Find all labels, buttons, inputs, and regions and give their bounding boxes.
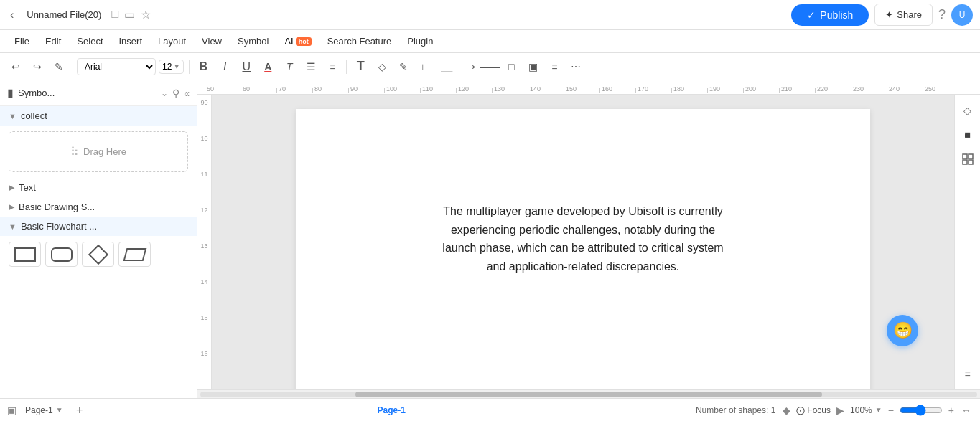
ruler-mark-140: 140 xyxy=(528,88,564,93)
page-tab-1-label: Page-1 xyxy=(25,405,53,415)
filter-icon[interactable]: ≡ xyxy=(958,364,978,384)
ruler-mark-60: 60 xyxy=(241,88,276,93)
cat-arrow-collect: ▼ xyxy=(9,112,17,120)
ruler-mark-90: 90 xyxy=(348,88,384,93)
title-icons: □ ▭ ☆ xyxy=(111,8,151,22)
line-tool-button[interactable]: ∟ xyxy=(415,57,435,77)
bold-button[interactable]: B xyxy=(193,57,213,77)
shape-rect-preview[interactable] xyxy=(9,242,41,267)
more-tools-button[interactable]: ⋯ xyxy=(566,57,586,77)
share-button[interactable]: ✦ Share xyxy=(874,4,933,26)
cat-arrow-basic-drawing: ▶ xyxy=(9,202,14,212)
container-button[interactable]: □ xyxy=(501,57,521,77)
text-tool-button[interactable]: T xyxy=(350,57,370,77)
page-tab-dropdown-icon[interactable]: ▼ xyxy=(56,406,63,414)
panel-chevron-icon[interactable]: ⌄ xyxy=(161,88,168,98)
undo-button[interactable]: ↩ xyxy=(6,57,26,77)
menu-view[interactable]: View xyxy=(195,33,229,49)
h-scrollbar[interactable] xyxy=(197,389,980,398)
properties-icon[interactable]: ◇ xyxy=(958,100,978,120)
shape-rect xyxy=(14,247,36,262)
menu-file[interactable]: File xyxy=(7,33,37,49)
add-page-button[interactable]: + xyxy=(72,402,88,418)
play-icon[interactable]: ▶ xyxy=(835,403,846,417)
grid-icon[interactable] xyxy=(958,149,978,169)
page-tab-area: ▣ Page-1 ▼ + xyxy=(7,402,88,418)
shape-parallelogram xyxy=(123,248,146,261)
share-link-icon[interactable]: ▭ xyxy=(124,8,135,22)
bookmark-icon[interactable]: □ xyxy=(111,8,118,22)
pen-tool-button[interactable]: ✎ xyxy=(393,57,414,77)
redo-button[interactable]: ↪ xyxy=(27,57,47,77)
panel-search-icon[interactable]: ⚲ xyxy=(172,87,179,99)
category-text[interactable]: ▶ Text xyxy=(0,178,197,197)
shape-tool-button[interactable]: ◇ xyxy=(372,57,392,77)
font-size-dropdown-icon[interactable]: ▼ xyxy=(173,62,180,70)
fit-screen-icon[interactable]: ↔ xyxy=(960,403,973,417)
format-paint-button[interactable]: ✎ xyxy=(49,57,69,77)
shape-diamond xyxy=(88,244,108,264)
menu-layout[interactable]: Layout xyxy=(151,33,193,49)
zoom-slider[interactable] xyxy=(900,405,943,416)
shape-parallelogram-preview[interactable] xyxy=(118,242,151,267)
dashed-line-button[interactable]: ―― xyxy=(480,57,500,77)
ruler-mark-190: 190 xyxy=(707,88,743,93)
drag-here-label: Drag Here xyxy=(83,146,126,157)
italic-button[interactable]: I xyxy=(215,57,235,77)
category-basic-drawing[interactable]: ▶ Basic Drawing S... xyxy=(0,197,197,217)
font-family-select[interactable]: Arial Times New Roman Helvetica xyxy=(77,58,156,75)
back-arrow[interactable]: ‹ xyxy=(7,7,17,23)
strikethrough-button[interactable]: T xyxy=(279,57,299,77)
drag-here-box[interactable]: ⠷ Drag Here xyxy=(9,131,188,172)
svg-rect-2 xyxy=(963,160,967,164)
ruler-mark-220: 220 xyxy=(815,88,851,93)
ruler-vmark-100: 10 xyxy=(197,133,211,169)
menu-search-feature[interactable]: Search Feature xyxy=(320,33,399,49)
star-icon[interactable]: ☆ xyxy=(141,8,151,22)
menu-ai[interactable]: AI hot xyxy=(277,33,318,49)
arrow-style-button[interactable]: ⟶ xyxy=(458,57,478,77)
ruler-h-inner: 50 60 70 80 90 100 110 120 130 140 150 1… xyxy=(197,80,958,93)
zoom-out-icon[interactable]: − xyxy=(887,403,895,417)
align-button[interactable]: ☰ xyxy=(301,57,321,77)
font-size-control[interactable]: 12 ▼ xyxy=(159,60,184,74)
panel-collapse-icon[interactable]: « xyxy=(184,87,190,99)
theme-icon[interactable]: ◾ xyxy=(958,125,978,145)
publish-button[interactable]: ✓ Publish xyxy=(791,4,869,26)
active-page-name: Page-1 xyxy=(378,405,406,415)
page-tab-1[interactable]: Page-1 ▼ xyxy=(19,403,69,417)
active-page-label[interactable]: Page-1 xyxy=(372,403,411,417)
file-title: Unnamed File(20) xyxy=(27,9,101,20)
help-icon[interactable]: ? xyxy=(938,7,946,22)
category-basic-flowchart[interactable]: ▼ Basic Flowchart ... xyxy=(0,217,197,236)
layer-icon[interactable]: ◆ xyxy=(781,403,792,417)
canvas-text-block[interactable]: The multiplayer game developed by Ubisof… xyxy=(439,202,727,275)
ruler-mark-130: 130 xyxy=(492,88,528,93)
category-collect[interactable]: ▼ collect xyxy=(0,106,197,126)
font-color-button[interactable]: A xyxy=(258,57,278,77)
menu-insert[interactable]: Insert xyxy=(112,33,150,49)
menu-plugin[interactable]: Plugin xyxy=(400,33,440,49)
canvas[interactable]: The multiplayer game developed by Ubisof… xyxy=(212,95,954,389)
card-button[interactable]: ▣ xyxy=(523,57,543,77)
avatar[interactable]: U xyxy=(951,4,973,26)
menu-edit[interactable]: Edit xyxy=(38,33,68,49)
underline-button[interactable]: U xyxy=(236,57,256,77)
svg-rect-0 xyxy=(963,154,967,159)
table-row-button[interactable]: ≡ xyxy=(544,57,564,77)
ruler-mark-210: 210 xyxy=(779,88,815,93)
menu-symbol[interactable]: Symbol xyxy=(230,33,276,49)
focus-button[interactable]: ⨀ Focus xyxy=(796,405,831,415)
category-text-label: Text xyxy=(19,182,36,193)
shape-rounded-preview[interactable] xyxy=(45,242,78,267)
shape-diamond-preview[interactable] xyxy=(82,242,114,267)
scroll-thumb xyxy=(355,392,821,397)
line-style-button[interactable]: ⎯⎯ xyxy=(437,57,457,77)
scroll-track xyxy=(200,392,977,397)
ai-chat-bubble[interactable]: 😁 xyxy=(887,315,918,346)
zoom-in-icon[interactable]: + xyxy=(947,403,956,417)
svg-rect-1 xyxy=(969,154,973,159)
menu-select[interactable]: Select xyxy=(70,33,110,49)
zoom-dropdown-icon[interactable]: ▼ xyxy=(875,406,882,414)
text-align-button[interactable]: ≡ xyxy=(322,57,342,77)
